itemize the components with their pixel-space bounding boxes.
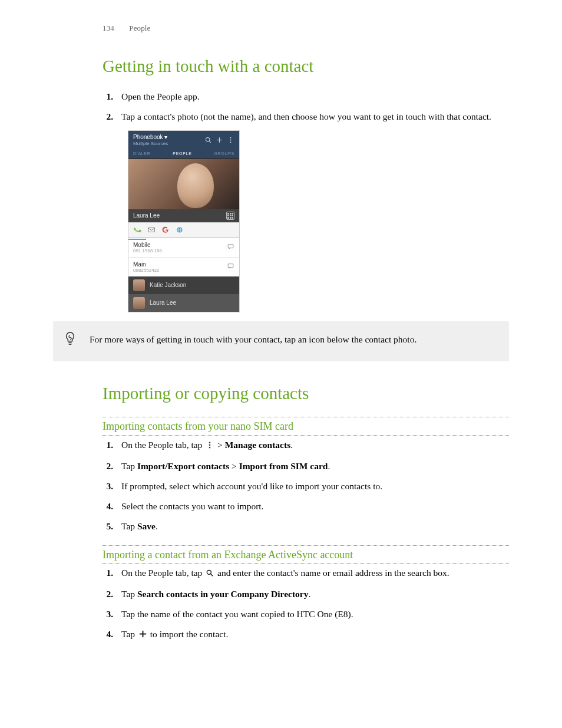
contact-action-icons xyxy=(128,222,239,238)
step: Tap to import the contact. xyxy=(115,627,509,643)
svg-rect-15 xyxy=(209,442,210,443)
avatar xyxy=(133,279,145,291)
svg-point-5 xyxy=(230,139,232,140)
svg-point-0 xyxy=(206,137,210,141)
contact-row: Katie Jackson xyxy=(128,276,239,294)
plus-icon xyxy=(138,628,147,643)
search-icon xyxy=(206,567,214,581)
step: Tap Import/Export contacts > Import from… xyxy=(115,459,509,473)
google-icon xyxy=(161,226,170,234)
page-number: 134 xyxy=(103,24,114,32)
divider xyxy=(103,545,509,546)
step: On the People tab, tap and enter the con… xyxy=(115,566,509,581)
subheading-import-sim: Importing contacts from your nano SIM ca… xyxy=(103,420,509,433)
svg-point-6 xyxy=(230,141,232,143)
phone-entry-mobile: Mobile091 1968 186 xyxy=(128,238,239,257)
avatar xyxy=(133,297,145,309)
svg-rect-11 xyxy=(228,245,233,248)
screenshot-people-app: Phonebook ▾ Multiple Sources DIALER PEOP… xyxy=(128,131,239,312)
divider xyxy=(103,563,509,564)
page: 134 People Getting in touch with a conta… xyxy=(0,0,562,728)
step: Tap the name of the contact you want cop… xyxy=(115,607,509,621)
mail-icon xyxy=(147,226,156,234)
heading-importing: Importing or copying contacts xyxy=(103,383,509,404)
running-header: 134 People xyxy=(103,24,509,33)
step: Tap Save. xyxy=(115,519,509,533)
step: On the People tab, tap > Manage contacts… xyxy=(115,438,509,453)
contact-name-bar: Laura Lee xyxy=(128,209,239,222)
dialpad-icon xyxy=(226,212,234,220)
divider xyxy=(103,435,509,436)
steps-import-sim: On the People tab, tap > Manage contacts… xyxy=(103,438,509,533)
step-2: Tap a contact's photo (not the name), an… xyxy=(115,110,509,124)
heading-getting-in-touch: Getting in touch with a contact xyxy=(103,55,509,77)
message-icon xyxy=(227,243,234,252)
lightbulb-icon xyxy=(64,331,77,350)
svg-rect-7 xyxy=(148,228,155,232)
step: Select the contacts you want to import. xyxy=(115,499,509,513)
svg-rect-12 xyxy=(228,264,233,268)
screenshot-tabs: DIALER PEOPLE GROUPS xyxy=(128,150,239,158)
subheading-import-exchange: Importing a contact from an Exchange Act… xyxy=(103,548,509,562)
more-icon xyxy=(206,439,214,453)
svg-rect-17 xyxy=(209,446,210,447)
more-icon xyxy=(227,136,234,145)
message-icon xyxy=(227,262,234,271)
tip-callout: For more ways of getting in touch with y… xyxy=(53,321,509,361)
phone-icon xyxy=(132,225,143,236)
contact-row: Laura Lee xyxy=(128,294,239,312)
steps-import-exchange: On the People tab, tap and enter the con… xyxy=(103,566,509,643)
search-icon xyxy=(204,136,212,145)
steps-getting-in-touch: Open the People app. Tap a contact's pho… xyxy=(103,90,509,124)
svg-point-18 xyxy=(207,570,211,574)
svg-line-1 xyxy=(209,141,211,143)
step: Tap Search contacts in your Company Dire… xyxy=(115,587,509,601)
step-1: Open the People app. xyxy=(115,90,509,104)
screenshot-header: Phonebook ▾ Multiple Sources xyxy=(128,131,239,150)
globe-icon xyxy=(176,226,184,234)
contact-photo xyxy=(128,159,239,209)
divider xyxy=(103,417,509,417)
phone-entry-main: Main0982552432 xyxy=(128,257,239,276)
svg-point-4 xyxy=(230,137,232,138)
step: If prompted, select which account you'd … xyxy=(115,479,509,493)
section-name: People xyxy=(129,24,150,32)
svg-rect-16 xyxy=(209,444,210,445)
svg-line-19 xyxy=(211,574,213,577)
plus-icon xyxy=(216,136,223,145)
tip-text: For more ways of getting in touch with y… xyxy=(90,331,416,350)
